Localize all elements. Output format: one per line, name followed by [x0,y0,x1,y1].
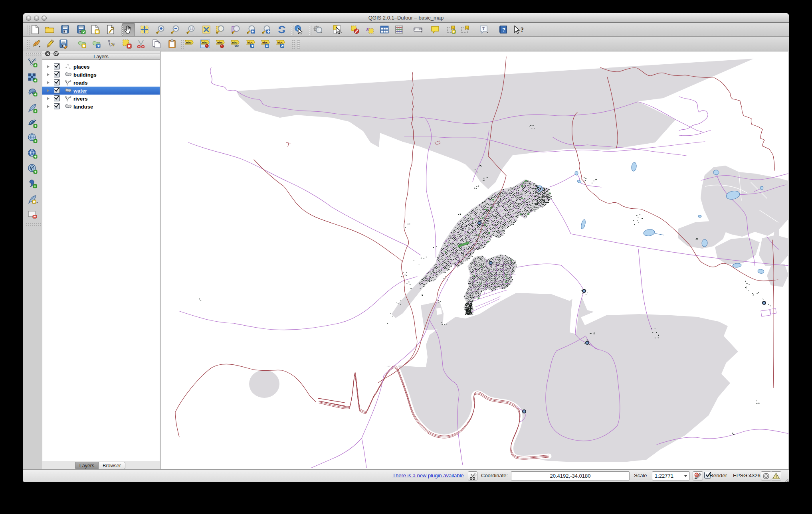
svg-text:abc: abc [262,41,268,44]
svg-text:abc: abc [202,41,208,44]
svg-text:ε: ε [366,25,369,33]
svg-text:abc: abc [217,41,223,44]
svg-text:abc: abc [186,41,192,44]
svg-text:T: T [482,26,485,31]
svg-text:1:1: 1:1 [190,27,193,30]
svg-text:abc: abc [277,41,283,44]
svg-text:?: ? [502,27,505,33]
svg-text:abc: abc [232,41,238,44]
svg-text:abc: abc [248,41,253,44]
svg-text:?: ? [521,26,523,33]
